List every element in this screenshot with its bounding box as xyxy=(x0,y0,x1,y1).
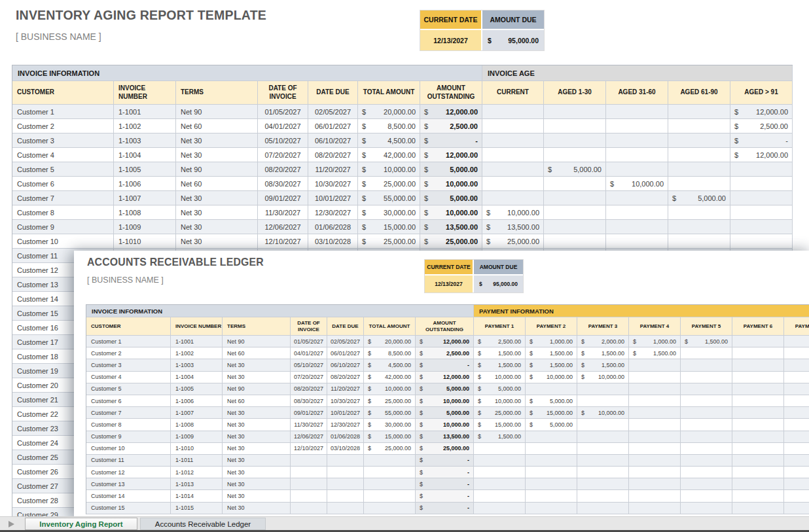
column-header-date-due[interactable]: DATE DUE xyxy=(327,317,364,336)
date-of-invoice-cell[interactable]: 07/20/2027 xyxy=(258,148,308,162)
payment-6-cell[interactable] xyxy=(732,467,784,478)
age-current-cell[interactable] xyxy=(482,191,544,205)
customer-cell[interactable]: Customer 8 xyxy=(12,205,114,220)
terms-cell[interactable]: Net 30 xyxy=(223,455,291,467)
payment-5-cell[interactable] xyxy=(681,359,732,371)
total-amount-cell[interactable] xyxy=(364,490,416,502)
total-amount-cell[interactable]: $25,000.00 xyxy=(364,443,416,455)
invoice-number-cell[interactable]: 1-1009 xyxy=(114,220,176,234)
payment-4-cell[interactable] xyxy=(629,467,681,478)
amount-outstanding-cell[interactable]: $10,000.00 xyxy=(420,177,482,191)
payment-1-cell[interactable] xyxy=(474,478,526,490)
column-header-payment-5[interactable]: PAYMENT 5 xyxy=(681,317,732,336)
payment-3-cell[interactable] xyxy=(577,490,629,502)
payment-6-cell[interactable] xyxy=(732,419,784,431)
customer-cell[interactable]: Customer 5 xyxy=(12,162,114,177)
invoice-age-group-header[interactable]: INVOICE AGE xyxy=(482,65,793,81)
payment-1-cell[interactable] xyxy=(474,503,526,514)
total-amount-cell[interactable]: $4,500.00 xyxy=(358,133,420,148)
amount-outstanding-cell[interactable]: $5,000.00 xyxy=(420,162,482,177)
terms-cell[interactable]: Net 30 xyxy=(176,148,258,162)
payment-7-cell[interactable] xyxy=(784,407,809,419)
invoice-number-cell[interactable]: 1-1003 xyxy=(114,133,176,148)
terms-cell[interactable]: Net 30 xyxy=(176,220,258,234)
date-of-invoice-cell[interactable]: 12/10/2027 xyxy=(291,443,327,455)
payment-7-cell[interactable] xyxy=(784,383,809,395)
amount-due-value[interactable]: $ 95,000.00 xyxy=(482,30,544,50)
terms-cell[interactable]: Net 30 xyxy=(223,359,291,371)
payment-4-cell[interactable] xyxy=(629,372,681,383)
age-1-30-cell[interactable] xyxy=(544,133,606,148)
date-of-invoice-cell[interactable]: 08/20/2027 xyxy=(291,383,327,395)
date-of-invoice-cell[interactable]: 09/01/2027 xyxy=(291,407,327,419)
payment-2-cell[interactable] xyxy=(526,490,577,502)
age-current-cell[interactable] xyxy=(482,177,544,191)
payment-5-cell[interactable] xyxy=(681,455,732,467)
terms-cell[interactable]: Net 30 xyxy=(223,419,291,431)
age-31-60-cell[interactable] xyxy=(606,119,668,133)
payment-7-cell[interactable] xyxy=(784,336,809,347)
column-header-amount-outstanding[interactable]: AMOUNT OUTSTANDING xyxy=(420,81,482,105)
total-amount-cell[interactable]: $20,000.00 xyxy=(364,336,416,347)
invoice-information-group-header[interactable]: INVOICE INFORMATION xyxy=(86,305,474,317)
age-61-90-cell[interactable] xyxy=(668,162,730,177)
date-of-invoice-cell[interactable] xyxy=(291,455,327,467)
payment-2-cell[interactable]: $5,000.00 xyxy=(526,395,577,407)
invoice-number-cell[interactable]: 1-1008 xyxy=(171,419,223,431)
column-header-total-amount[interactable]: TOTAL AMOUNT xyxy=(358,81,420,105)
sheet-nav-arrow-icon[interactable] xyxy=(9,521,14,527)
payment-3-cell[interactable] xyxy=(577,467,629,478)
column-header-customer[interactable]: CUSTOMER xyxy=(86,317,171,336)
terms-cell[interactable]: Net 60 xyxy=(176,119,258,133)
date-of-invoice-cell[interactable]: 12/10/2027 xyxy=(258,234,308,249)
payment-1-cell[interactable] xyxy=(474,455,526,467)
payment-4-cell[interactable] xyxy=(629,478,681,490)
customer-cell[interactable]: Customer 7 xyxy=(86,407,171,419)
customer-cell[interactable]: Customer 15 xyxy=(86,503,171,514)
invoice-number-cell[interactable]: 1-1015 xyxy=(171,503,223,514)
total-amount-cell[interactable]: $30,000.00 xyxy=(358,205,420,220)
customer-cell[interactable]: Customer 9 xyxy=(12,220,114,234)
invoice-number-cell[interactable]: 1-1007 xyxy=(171,407,223,419)
invoice-number-cell[interactable]: 1-1005 xyxy=(171,383,223,395)
customer-cell[interactable]: Customer 8 xyxy=(86,419,171,431)
age-31-60-cell[interactable] xyxy=(606,220,668,234)
amount-outstanding-cell[interactable]: $- xyxy=(416,490,474,502)
age-31-60-cell[interactable]: $10,000.00 xyxy=(606,177,668,191)
age-over-91-cell[interactable]: $12,000.00 xyxy=(730,148,793,162)
total-amount-cell[interactable]: $42,000.00 xyxy=(364,372,416,383)
terms-cell[interactable]: Net 30 xyxy=(176,234,258,249)
payment-5-cell[interactable] xyxy=(681,431,732,443)
invoice-number-cell[interactable]: 1-1012 xyxy=(171,467,223,478)
payment-3-cell[interactable] xyxy=(577,443,629,455)
payment-3-cell[interactable]: $10,000.00 xyxy=(577,407,629,419)
invoice-number-cell[interactable]: 1-1009 xyxy=(171,431,223,443)
total-amount-cell[interactable]: $15,000.00 xyxy=(358,220,420,234)
age-1-30-cell[interactable] xyxy=(544,177,606,191)
age-31-60-cell[interactable] xyxy=(606,234,668,249)
date-due-cell[interactable]: 11/20/2027 xyxy=(308,162,358,177)
tab-inventory-aging-report[interactable]: Inventory Aging Report xyxy=(25,518,137,530)
payment-7-cell[interactable] xyxy=(784,455,809,467)
column-header-date-of-invoice[interactable]: DATE OF INVOICE xyxy=(291,317,327,336)
column-header-payment-7[interactable]: PAYMENT 7 xyxy=(784,317,809,336)
payment-1-cell[interactable] xyxy=(474,467,526,478)
payment-4-cell[interactable]: $1,500.00 xyxy=(629,347,681,359)
payment-7-cell[interactable] xyxy=(784,359,809,371)
amount-outstanding-cell[interactable]: $5,000.00 xyxy=(416,407,474,419)
column-header-current[interactable]: CURRENT xyxy=(482,81,544,105)
customer-cell[interactable]: Customer 11 xyxy=(86,455,171,467)
column-header-payment-6[interactable]: PAYMENT 6 xyxy=(732,317,784,336)
age-31-60-cell[interactable] xyxy=(606,162,668,177)
age-31-60-cell[interactable] xyxy=(606,191,668,205)
date-of-invoice-cell[interactable]: 01/05/2027 xyxy=(291,336,327,347)
payment-2-cell[interactable]: $1,000.00 xyxy=(526,336,577,347)
payment-2-cell[interactable] xyxy=(526,478,577,490)
column-header-invoice-number[interactable]: INVOICE NUMBER xyxy=(114,81,176,105)
payment-2-cell[interactable]: $1,500.00 xyxy=(526,347,577,359)
invoice-number-cell[interactable]: 1-1002 xyxy=(114,119,176,133)
terms-cell[interactable]: Net 30 xyxy=(223,372,291,383)
payment-6-cell[interactable] xyxy=(732,395,784,407)
date-due-cell[interactable]: 08/20/2027 xyxy=(308,148,358,162)
amount-outstanding-cell[interactable]: $12,000.00 xyxy=(416,372,474,383)
